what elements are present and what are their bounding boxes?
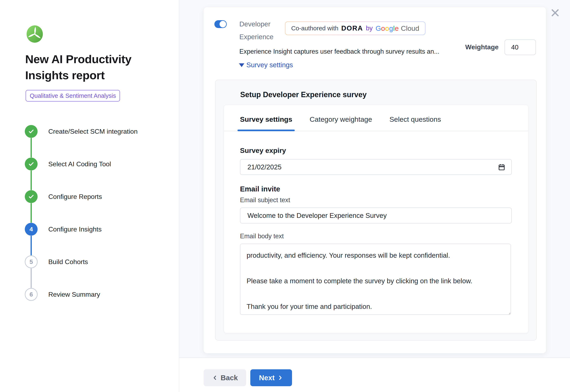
step-label: Build Cohorts xyxy=(48,257,88,266)
coauthor-badge-inner: Co-authored with DORA by Google Cloud xyxy=(285,22,425,35)
tab-category-weightage[interactable]: Category weightage xyxy=(307,115,374,131)
app-root: New AI Productivity Insights report Qual… xyxy=(0,0,570,392)
step-connector xyxy=(30,203,32,223)
back-button-label: Back xyxy=(220,374,238,382)
step-connector xyxy=(30,268,32,288)
step-5-circle[interactable]: 5 xyxy=(25,255,38,268)
weightage-label: Weightage xyxy=(465,43,498,51)
email-invite-heading: Email invite xyxy=(240,185,512,193)
wizard-footer: Back Next xyxy=(179,358,570,392)
survey-settings-collapse-link[interactable]: Survey settings xyxy=(239,61,293,69)
tab-select-questions[interactable]: Select questions xyxy=(387,115,443,131)
collapse-link-label: Survey settings xyxy=(246,61,293,69)
google-cloud-label: Cloud xyxy=(401,24,419,32)
email-subject-input[interactable] xyxy=(240,208,512,224)
email-body-label: Email body text xyxy=(240,233,512,240)
survey-expiry-field xyxy=(240,159,512,175)
survey-settings-content: Survey expiry xyxy=(224,131,528,315)
setup-survey-title: Setup Developer Experience survey xyxy=(240,90,366,99)
coauthor-by: by xyxy=(366,25,373,32)
close-icon[interactable] xyxy=(550,7,560,18)
survey-tabbar: Survey settingsCategory weightageSelect … xyxy=(224,105,528,131)
step-1-circle[interactable] xyxy=(25,125,38,138)
setup-survey-card: Setup Developer Experience survey Survey… xyxy=(215,80,537,341)
coauthor-badge: Co-authored with DORA by Google Cloud xyxy=(285,21,425,35)
page-title: New AI Productivity Insights report xyxy=(25,51,159,83)
next-button[interactable]: Next xyxy=(250,369,292,386)
insight-title: Developer Experience xyxy=(239,18,288,43)
step-3-circle[interactable] xyxy=(25,190,38,203)
back-button[interactable]: Back xyxy=(204,369,246,386)
toggle-knob xyxy=(219,21,226,28)
developer-experience-toggle[interactable] xyxy=(214,20,227,28)
step-label: Review Summary xyxy=(48,290,100,299)
caret-down-icon xyxy=(239,63,244,67)
app-logo-propeller-icon xyxy=(26,25,43,43)
step-label: Configure Reports xyxy=(48,192,102,201)
main-area: Developer Experience Co-authored with DO… xyxy=(179,0,570,392)
google-logo: Google xyxy=(376,24,399,32)
step-4-circle[interactable]: 4 xyxy=(25,223,38,236)
tab-survey-settings[interactable]: Survey settings xyxy=(238,115,294,131)
step-label: Create/Select SCM integration xyxy=(48,127,138,136)
coauthor-prefix: Co-authored with xyxy=(291,25,338,32)
survey-expiry-label: Survey expiry xyxy=(240,146,512,154)
sidebar: New AI Productivity Insights report Qual… xyxy=(0,0,179,392)
email-subject-label: Email subject text xyxy=(240,196,512,204)
step-6-circle[interactable]: 6 xyxy=(25,288,38,301)
step-2-circle[interactable] xyxy=(25,158,38,170)
weightage-input[interactable] xyxy=(505,39,536,55)
next-button-label: Next xyxy=(259,374,275,382)
chevron-right-icon xyxy=(277,375,283,381)
step-connector xyxy=(30,236,32,255)
survey-settings-panel: Survey settingsCategory weightageSelect … xyxy=(224,105,528,333)
step-label: Select AI Coding Tool xyxy=(48,159,111,169)
email-body-textarea[interactable]: productivity, and efficiency. Your respo… xyxy=(240,244,511,315)
step-connector xyxy=(30,170,32,190)
chevron-left-icon xyxy=(212,375,218,381)
step-connector xyxy=(30,138,32,158)
insight-panel: Developer Experience Co-authored with DO… xyxy=(204,7,546,353)
dora-logo: DORA xyxy=(341,24,363,32)
insight-description: Experience Insight captures user feedbac… xyxy=(239,48,439,55)
step-label: Configure Insights xyxy=(48,224,102,234)
survey-expiry-input[interactable] xyxy=(240,159,512,175)
report-type-badge: Qualitative & Sentiment Analysis xyxy=(26,90,120,101)
